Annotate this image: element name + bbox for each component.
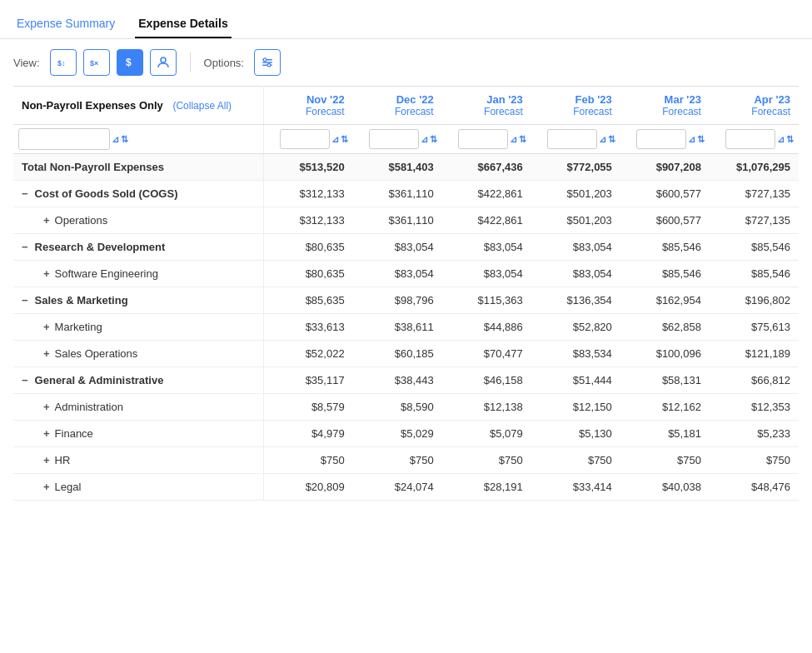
cell-value: $62,858 <box>620 314 710 341</box>
view-btn-currency[interactable]: $ <box>117 49 143 76</box>
filter-input-dec22[interactable] <box>369 129 419 149</box>
cell-value: $52,820 <box>531 314 620 341</box>
sort-icon-apr23[interactable]: ⇅ <box>786 134 794 145</box>
cell-value: $750 <box>263 447 353 474</box>
top-nav: Expense Summary Expense Details <box>0 0 812 39</box>
table-row: +Legal$20,809$24,074$28,191$33,414$40,03… <box>13 474 799 501</box>
cell-value: $28,191 <box>442 474 531 501</box>
sort-icon-nov22[interactable]: ⇅ <box>341 134 348 145</box>
expand-icon[interactable]: + <box>43 401 50 413</box>
cell-value: $12,162 <box>620 394 710 421</box>
filter-icon-jan23[interactable]: ⊿ <box>510 134 517 145</box>
table-row: +Operations$312,133$361,110$422,861$501,… <box>13 207 799 234</box>
collapse-all-link[interactable]: (Collapse All) <box>172 100 232 112</box>
cell-value: $1,076,295 <box>710 154 799 181</box>
view-btn-relative[interactable]: $× <box>83 49 110 76</box>
expand-icon[interactable]: + <box>43 321 50 333</box>
cell-value: $85,546 <box>620 234 710 261</box>
svg-point-7 <box>263 58 267 62</box>
cell-value: $83,054 <box>353 234 442 261</box>
cell-value: $85,546 <box>710 234 799 261</box>
cell-value: $5,233 <box>710 421 799 447</box>
filter-input-nov22[interactable] <box>280 129 330 149</box>
svg-point-8 <box>267 63 271 67</box>
sort-icon-mar23[interactable]: ⇅ <box>697 134 705 145</box>
filter-icon-dec22[interactable]: ⊿ <box>421 134 428 145</box>
cell-value: $48,476 <box>710 474 799 501</box>
filter-input-apr23[interactable] <box>725 129 775 149</box>
table-row: +Marketing$33,613$38,611$44,886$52,820$6… <box>13 314 799 341</box>
table-row: +Finance$4,979$5,029$5,079$5,130$5,181$5… <box>13 421 799 447</box>
collapse-icon[interactable]: − <box>22 187 28 200</box>
cell-value: $38,443 <box>353 367 442 394</box>
cell-value: $12,138 <box>442 394 531 421</box>
collapse-icon[interactable]: − <box>22 374 28 386</box>
cell-value: $750 <box>442 447 531 474</box>
cell-value: $58,131 <box>620 367 710 394</box>
sort-icon-dec22[interactable]: ⇅ <box>430 134 437 145</box>
expand-icon[interactable]: + <box>43 481 50 493</box>
table-row: +Software Engineering$80,635$83,054$83,0… <box>13 261 799 287</box>
tab-expense-summary[interactable]: Expense Summary <box>13 10 118 38</box>
cell-value: $80,635 <box>263 261 353 287</box>
collapse-icon[interactable]: − <box>22 294 28 307</box>
svg-point-3 <box>161 57 166 62</box>
view-label: View: <box>13 57 40 69</box>
cell-value: $40,038 <box>620 474 710 501</box>
filter-icon-label[interactable]: ⊿ <box>112 134 119 145</box>
toolbar: View: $↕ $× $ Options: <box>0 39 812 86</box>
filter-icon-nov22[interactable]: ⊿ <box>331 134 339 145</box>
cell-value: $5,130 <box>531 421 620 447</box>
svg-text:$: $ <box>126 57 132 68</box>
col-header-jan23: Jan '23 Forecast <box>442 87 531 125</box>
cell-value: $44,886 <box>442 314 531 341</box>
filter-input-feb23[interactable] <box>547 129 597 149</box>
table-row: +Administration$8,579$8,590$12,138$12,15… <box>13 394 799 421</box>
sort-icon-label[interactable]: ⇅ <box>121 134 128 145</box>
expand-icon[interactable]: + <box>43 454 50 466</box>
filter-input-jan23[interactable] <box>458 129 508 149</box>
cell-value: $4,979 <box>263 421 353 447</box>
svg-rect-5 <box>262 62 272 63</box>
row-label: HR <box>55 454 71 466</box>
expense-table: Non-Payroll Expenses Only (Collapse All)… <box>13 86 799 501</box>
cell-value: $115,363 <box>442 287 531 314</box>
cell-value: $85,546 <box>710 261 799 287</box>
view-btn-absolute[interactable]: $↕ <box>50 49 77 76</box>
row-label: Legal <box>55 481 82 493</box>
expand-icon[interactable]: + <box>43 214 50 227</box>
filter-icon-apr23[interactable]: ⊿ <box>777 134 785 145</box>
collapse-icon[interactable]: − <box>22 241 28 253</box>
label-filter-input[interactable] <box>18 128 110 150</box>
table-row: +HR$750$750$750$750$750$750 <box>13 447 799 474</box>
row-label: Marketing <box>55 321 102 333</box>
cell-value: $600,577 <box>620 207 710 234</box>
cell-value: $750 <box>531 447 620 474</box>
cell-value: $83,054 <box>353 261 442 287</box>
view-btn-per-person[interactable] <box>150 49 177 76</box>
tab-expense-details[interactable]: Expense Details <box>135 10 231 38</box>
cell-value: $501,203 <box>531 181 620 207</box>
cell-value: $51,444 <box>531 367 620 394</box>
cell-value: $907,208 <box>620 154 710 181</box>
expand-icon[interactable]: + <box>43 267 50 280</box>
cell-value: $136,354 <box>531 287 620 314</box>
cell-value: $66,812 <box>710 367 799 394</box>
expand-icon[interactable]: + <box>43 427 50 440</box>
cell-value: $24,074 <box>353 474 442 501</box>
sort-icon-feb23[interactable]: ⇅ <box>608 134 615 145</box>
sort-icon-jan23[interactable]: ⇅ <box>519 134 526 145</box>
filter-icon-mar23[interactable]: ⊿ <box>688 134 695 145</box>
svg-text:$↕: $↕ <box>57 59 66 67</box>
row-label: Finance <box>55 427 93 440</box>
row-label: General & Administrative <box>35 374 164 386</box>
filter-input-mar23[interactable] <box>636 129 686 149</box>
cell-value: $12,353 <box>710 394 799 421</box>
column-header-row: Non-Payroll Expenses Only (Collapse All)… <box>13 87 799 125</box>
expand-icon[interactable]: + <box>43 347 50 360</box>
cell-value: $38,611 <box>353 314 442 341</box>
cell-value: $5,181 <box>620 421 710 447</box>
options-button[interactable] <box>254 49 281 76</box>
filter-icon-feb23[interactable]: ⊿ <box>599 134 606 145</box>
row-label: Administration <box>55 401 123 413</box>
